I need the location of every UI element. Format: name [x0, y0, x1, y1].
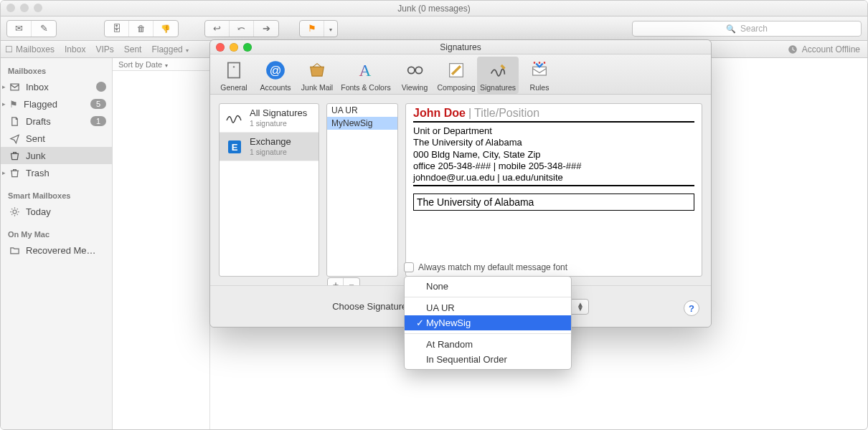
prefs-toolbar: General @ Accounts Junk Mail A Fonts & C… — [210, 54, 711, 95]
sidebar-label: Today — [26, 206, 51, 217]
sidebar-item-trash[interactable]: Trash — [1, 164, 112, 181]
prefs-tab-signatures[interactable]: Signatures — [477, 57, 519, 94]
sort-label: Sort by Date — [118, 60, 162, 69]
delete-button[interactable] — [129, 21, 154, 37]
sidebar-item-inbox[interactable]: Inbox — [1, 78, 112, 95]
tab-label: Composing — [437, 83, 475, 92]
signature-row-uaur[interactable]: UA UR — [327, 104, 397, 117]
signature-accounts-list[interactable]: All Signatures 1 signature E Exchange 1 … — [219, 103, 319, 277]
menu-separator — [405, 297, 571, 297]
sidebar-section-onmymac: On My Mac — [8, 230, 112, 239]
prefs-body: All Signatures 1 signature E Exchange 1 … — [210, 95, 711, 285]
zoom-dot[interactable] — [34, 4, 42, 12]
prefs-tab-fonts[interactable]: A Fonts & Colors — [338, 57, 394, 94]
menu-item-random[interactable]: At Random — [405, 337, 571, 352]
sidebar-item-recovered[interactable]: Recovered Me… — [1, 242, 112, 259]
drafts-icon — [9, 116, 20, 127]
svg-text:E: E — [232, 142, 238, 153]
tab-label: Signatures — [480, 83, 516, 92]
close-dot[interactable] — [6, 4, 15, 12]
sidebar-label: Trash — [26, 168, 49, 178]
disclosure-icon[interactable] — [2, 83, 6, 90]
always-match-checkbox[interactable] — [404, 262, 414, 272]
flag-button[interactable] — [300, 21, 324, 37]
archive-button[interactable] — [105, 21, 129, 37]
prefs-tab-general[interactable]: General — [213, 57, 255, 94]
tab-vips[interactable]: VIPs — [95, 44, 113, 54]
signature-row-mynewsig[interactable]: MyNewSig — [327, 117, 397, 130]
sidebar-item-flagged[interactable]: Flagged 5 — [1, 95, 112, 113]
account-row-exchange[interactable]: E Exchange 1 signature — [220, 133, 319, 161]
account-row-all[interactable]: All Signatures 1 signature — [220, 104, 319, 133]
flag-menu-button[interactable] — [324, 21, 337, 37]
envelope-icon — [15, 23, 23, 34]
inbox-icon — [9, 82, 20, 92]
svg-point-7 — [415, 67, 422, 73]
composing-icon — [446, 59, 466, 81]
disclosure-icon[interactable] — [2, 169, 6, 176]
help-button[interactable]: ? — [684, 300, 699, 316]
reply-icon — [213, 23, 221, 34]
reply-button[interactable] — [205, 21, 230, 37]
tab-inbox[interactable]: Inbox — [65, 44, 85, 54]
flag-group — [299, 20, 338, 37]
account-sub: 1 signature — [250, 148, 291, 156]
message-actions-group — [104, 20, 179, 37]
forward-button[interactable] — [254, 21, 278, 37]
prefs-tab-viewing[interactable]: Viewing — [394, 57, 435, 94]
search-field[interactable]: Search — [632, 21, 862, 37]
disclosure-icon[interactable] — [2, 100, 6, 108]
junk-button[interactable] — [154, 21, 178, 37]
tab-label: Viewing — [402, 83, 428, 92]
prefs-tab-composing[interactable]: Composing — [435, 57, 477, 94]
svg-point-0 — [13, 210, 16, 214]
minimize-dot[interactable] — [20, 4, 29, 12]
activity-badge — [96, 82, 106, 92]
menu-label: In Sequential Order — [426, 354, 507, 365]
reply-all-icon — [237, 23, 245, 34]
sidebar-item-junk[interactable]: Junk — [1, 147, 112, 164]
thumbs-down-icon — [161, 23, 171, 34]
tab-label: General — [220, 83, 247, 92]
choose-signature-label: Choose Signature: — [332, 301, 410, 312]
signature-preview[interactable]: John Doe|Title/Position Unit or Departme… — [405, 103, 702, 277]
menu-label: MyNewSig — [426, 317, 471, 328]
tab-flagged[interactable]: Flagged — [151, 44, 188, 54]
tab-mailboxes[interactable]: Mailboxes — [5, 44, 55, 54]
preview-org: The University of Alabama — [413, 137, 694, 148]
menu-label: None — [426, 281, 448, 292]
reply-all-button[interactable] — [230, 21, 254, 37]
prefs-tab-rules[interactable]: Rules — [519, 57, 560, 94]
menu-item-none[interactable]: None — [405, 279, 571, 294]
count-badge: 5 — [90, 99, 106, 109]
signatures-icon — [488, 59, 508, 81]
sidebar-item-today[interactable]: Today — [1, 203, 112, 220]
sent-icon — [9, 133, 20, 144]
account-sub: 1 signature — [250, 119, 307, 128]
minimize-button[interactable] — [230, 43, 238, 52]
prefs-title-label: Signatures — [440, 42, 481, 52]
close-button[interactable] — [216, 43, 225, 52]
prefs-tab-accounts[interactable]: @ Accounts — [255, 57, 296, 94]
prefs-tab-junk[interactable]: Junk Mail — [296, 57, 338, 94]
reply-group — [204, 20, 279, 37]
sidebar-item-drafts[interactable]: Drafts 1 — [1, 113, 112, 130]
menu-item-sequential[interactable]: In Sequential Order — [405, 352, 571, 367]
compose-button[interactable] — [32, 21, 56, 37]
menu-separator — [405, 333, 571, 334]
menu-item-uaur[interactable]: UA UR — [405, 300, 571, 315]
always-match-font-row: Always match my default message font — [404, 262, 567, 272]
tab-label: Flagged — [151, 44, 182, 54]
signature-name: UA UR — [331, 105, 358, 115]
signature-names-list[interactable]: UA UR MyNewSig ＋ － — [326, 103, 398, 277]
tab-label: Mailboxes — [16, 44, 55, 54]
tab-sent[interactable]: Sent — [124, 44, 142, 54]
menu-item-mynewsig[interactable]: ✓MyNewSig — [405, 315, 571, 330]
zoom-button[interactable] — [243, 43, 252, 52]
sidebar-item-sent[interactable]: Sent — [1, 130, 112, 147]
get-mail-button[interactable] — [7, 21, 32, 37]
count-badge: 1 — [90, 116, 106, 126]
sort-header[interactable]: Sort by Date — [113, 58, 209, 71]
window-title: Junk (0 messages) — [397, 4, 470, 14]
folder-icon — [9, 245, 20, 256]
